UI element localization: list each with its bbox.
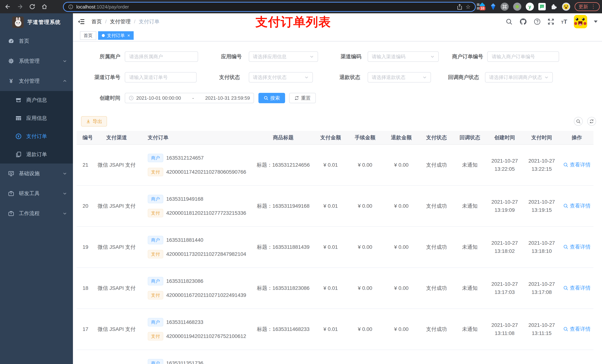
date-range-separator: - — [183, 95, 203, 101]
channel-order-no-filter-input[interactable] — [125, 72, 197, 83]
magnifier-icon — [563, 326, 568, 332]
merchant-filter-label: 所属商户 — [73, 52, 120, 62]
sidebar-item-payment[interactable]: ¥ 支付管理 — [0, 71, 73, 91]
search-button[interactable]: 搜索 — [258, 93, 285, 103]
font-size-icon[interactable]: TT — [561, 19, 567, 25]
reset-button[interactable]: 重置 — [289, 93, 316, 103]
extension-chat-icon[interactable] — [538, 3, 546, 10]
breadcrumb: 首页 / 支付管理 / 支付订单 — [91, 18, 160, 25]
merchant-tag: 商户 — [148, 236, 163, 244]
notify-status-filter-select[interactable]: 请选择订单回调商户状态 — [485, 72, 553, 83]
merchant-order-no-filter-input[interactable] — [487, 52, 559, 62]
sidebar-collapse-icon[interactable] — [78, 18, 85, 25]
created-time-range-picker[interactable]: 2021-10-01 00:00:00 - 2021-10-31 23:59:5… — [125, 93, 254, 103]
refresh-table-button[interactable] — [587, 117, 596, 126]
view-details-link[interactable]: 查看详情 — [563, 325, 591, 333]
cell-channel: 微信 JSAPI 支付 — [92, 161, 141, 168]
search-icon — [264, 96, 269, 100]
sidebar-item-label: 工作流程 — [19, 210, 40, 217]
browser-menu-icon[interactable]: ⋮ — [591, 4, 596, 9]
sidebar-item-system[interactable]: 系统管理 — [0, 51, 73, 71]
sidebar-item-infrastructure[interactable]: 基础设施 — [0, 164, 73, 184]
export-button-label: 导出 — [93, 118, 102, 125]
merchant-filter-input[interactable] — [125, 52, 198, 62]
sidebar-item-label: 支付管理 — [19, 77, 40, 84]
briefcase-icon — [8, 190, 14, 197]
cell-notify: 未通知 — [453, 326, 486, 333]
table-row: 21 微信 JSAPI 支付 商户1635312124657 支付4200001… — [77, 145, 593, 186]
extension-y-icon[interactable]: y — [526, 3, 534, 11]
export-button[interactable]: 导出 — [81, 116, 107, 126]
table-row: 19 微信 JSAPI 支付 商户1635311881440 支付4200001… — [77, 227, 593, 268]
toggle-search-button[interactable] — [574, 117, 583, 126]
breadcrumb-current: 支付订单 — [139, 18, 160, 25]
avatar-dropdown-icon[interactable] — [594, 21, 598, 23]
merchant-tag: 商户 — [148, 277, 163, 285]
view-details-link[interactable]: 查看详情 — [563, 284, 591, 291]
table-row: 20 微信 JSAPI 支付 商户1635311949168 支付4200001… — [77, 186, 593, 227]
help-icon[interactable] — [534, 18, 541, 25]
sidebar: 芋道管理系统 首页 系统管理 ¥ 支付管理 商户信息 — [0, 13, 73, 364]
bookmark-star-icon[interactable]: ☆ — [466, 4, 471, 10]
refund-status-filter-select[interactable]: 请选择退款状态 — [368, 72, 431, 83]
site-info-icon[interactable] — [68, 4, 73, 10]
browser-update-button[interactable]: 更新 ⋮ — [575, 2, 600, 11]
sidebar-item-workflow[interactable]: 工作流程 — [0, 203, 73, 223]
breadcrumb-home[interactable]: 首页 — [91, 18, 102, 25]
sidebar-item-pay-order[interactable]: ¥ 支付订单 — [0, 127, 73, 145]
tag-home[interactable]: 首页 — [80, 31, 96, 40]
sidebar-item-dev-tools[interactable]: 研发工具 — [0, 184, 73, 203]
fullscreen-icon[interactable] — [547, 18, 554, 25]
shop-icon — [16, 97, 22, 103]
navbar: 首页 / 支付管理 / 支付订单 支付订单列表 TT — [73, 13, 602, 30]
extension-diamond-icon[interactable]: 10 — [477, 3, 486, 11]
home-icon[interactable] — [41, 3, 48, 10]
extension-dot-icon[interactable] — [513, 3, 521, 11]
share-icon[interactable] — [457, 4, 462, 10]
forward-icon[interactable] — [17, 3, 23, 10]
profile-avatar-icon[interactable] — [562, 3, 570, 11]
extension-command-icon[interactable] — [501, 3, 509, 11]
breadcrumb-payment[interactable]: 支付管理 — [110, 18, 131, 25]
date-range-end[interactable]: 2021-10-31 23:59:59 — [205, 95, 250, 101]
cell-created: 2021-10-2713:22:05 — [486, 157, 523, 173]
page-annotation: 支付订单列表 — [249, 14, 338, 30]
cell-pay-order: 商户1635311949168 支付4200001181202110277723… — [141, 195, 252, 217]
extensions-puzzle-icon[interactable] — [550, 3, 558, 10]
back-icon[interactable] — [4, 3, 11, 10]
channel-code-filter-select[interactable]: 请输入渠道编码 — [368, 52, 439, 62]
col-created: 创建时间 — [486, 134, 523, 141]
cell-status: 支付成功 — [419, 326, 453, 333]
reload-icon[interactable] — [29, 3, 35, 10]
view-details-label: 查看详情 — [570, 161, 591, 168]
github-icon[interactable] — [519, 18, 527, 26]
date-range-start[interactable]: 2021-10-01 00:00:00 — [136, 95, 181, 101]
cell-refund: ¥ 0.00 — [383, 326, 419, 332]
col-pay-order: 支付订单 — [141, 134, 252, 141]
notify-status-filter-label: 回调商户状态 — [431, 72, 479, 83]
search-icon[interactable] — [505, 18, 513, 25]
app-id-filter-select[interactable]: 请选择应用信息 — [249, 52, 318, 62]
pay-tag: 支付 — [148, 209, 163, 217]
close-icon[interactable]: × — [127, 33, 130, 38]
extension-kite-icon[interactable] — [490, 3, 496, 10]
sidebar-item-merchant-info[interactable]: 商户信息 — [0, 91, 73, 109]
pay-status-filter-select[interactable]: 请选择支付状态 — [249, 72, 313, 83]
view-details-link[interactable]: 查看详情 — [563, 243, 591, 250]
gear-icon — [8, 58, 14, 64]
merchant-tag: 商户 — [148, 359, 163, 364]
tag-pay-order[interactable]: 支付订单 × — [98, 31, 134, 40]
app-logo[interactable]: 芋道管理系统 — [0, 13, 73, 31]
chevron-down-icon — [422, 75, 427, 80]
view-details-link[interactable]: 查看详情 — [563, 202, 591, 209]
user-avatar[interactable] — [574, 15, 587, 28]
app-title: 芋道管理系统 — [27, 19, 61, 26]
sidebar-item-app-info[interactable]: 应用信息 — [0, 109, 73, 127]
view-details-link[interactable]: 查看详情 — [563, 161, 591, 168]
sidebar-item-refund-order[interactable]: 退款订单 — [0, 145, 73, 164]
table-row: 商户1635311351736 支付 — [77, 350, 593, 364]
yen-icon: ¥ — [8, 78, 14, 84]
url-bar[interactable]: localhost:1024/pay/order ☆ — [63, 2, 476, 12]
sidebar-item-home[interactable]: 首页 — [0, 31, 73, 51]
cell-pay-order: 商户1635311351736 支付 — [141, 359, 252, 364]
